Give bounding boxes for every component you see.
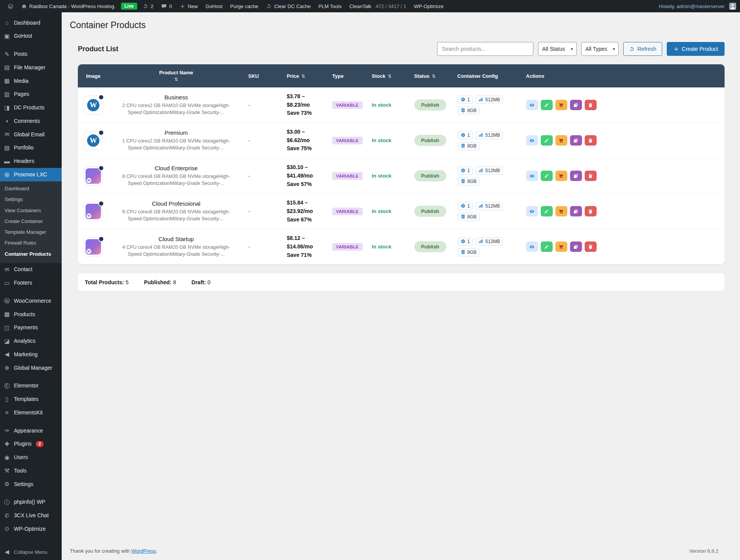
delete-button[interactable]	[585, 241, 597, 252]
sidebar-subitem-settings[interactable]: Settings	[0, 194, 62, 205]
sidebar-subitem-dashboard[interactable]: Dashboard	[0, 183, 62, 194]
sidebar-item-global-email[interactable]: ✉Global Email	[0, 128, 62, 141]
sidebar-item-settings[interactable]: ⚙Settings	[0, 478, 62, 491]
sidebar-item-dc-products[interactable]: ◨DC Products	[0, 101, 62, 115]
sidebar-item-pages[interactable]: ▥Pages	[0, 88, 62, 101]
sidebar-item-appearance[interactable]: ✑Appearance	[0, 424, 62, 438]
sidebar-item-portfolio[interactable]: ▧Portfolio	[0, 141, 62, 155]
sidebar-item-payments[interactable]: ◫Payments	[0, 321, 62, 335]
wordpress-logo-menu[interactable]	[4, 0, 17, 12]
plm-tools-link[interactable]: PLM Tools	[314, 0, 345, 12]
sidebar-item-3cx-live-chat[interactable]: ✆3CX Live Chat	[0, 509, 62, 523]
column-header-price[interactable]: Price⇅	[282, 64, 328, 87]
sidebar-item-label: Marketing	[14, 351, 37, 358]
sidebar-subitem-create-container[interactable]: Create Container	[0, 216, 62, 227]
sidebar-subitem-container-products[interactable]: Container Products	[0, 249, 62, 260]
sidebar-item-posts[interactable]: ✎Posts	[0, 48, 62, 61]
sidebar-item-elementskit[interactable]: ≡ElementsKit	[0, 406, 62, 419]
sidebar-item-contact[interactable]: ✉Contact	[0, 263, 62, 277]
duplicate-button[interactable]	[570, 241, 582, 252]
add-to-cart-button[interactable]	[555, 135, 567, 146]
view-button[interactable]	[526, 135, 538, 146]
sidebar-item-marketing[interactable]: ◀Marketing	[0, 348, 62, 361]
sidebar-item-label: ElementsKit	[14, 409, 43, 416]
sidebar-subitem-template-manager[interactable]: Template Manager	[0, 227, 62, 238]
version-text: Version 6.8.2	[689, 548, 718, 554]
type-filter-select[interactable]: All Types	[581, 42, 619, 56]
view-button[interactable]	[526, 206, 538, 216]
sidebar-item-footers[interactable]: ▭Footers	[0, 277, 62, 290]
sidebar-item-users[interactable]: ◉Users	[0, 451, 62, 464]
sidebar-item-dashboard[interactable]: ⌂Dashboard	[0, 16, 62, 30]
product-thumbnail: W	[84, 237, 103, 257]
delete-button[interactable]	[585, 135, 597, 146]
sidebar-item-comments[interactable]: ◖Comments	[0, 114, 62, 128]
edit-button[interactable]	[541, 171, 553, 181]
updates-link[interactable]: 2	[139, 0, 157, 12]
sidebar-item-proxmox-lxc[interactable]: ◎Proxmox LXC	[0, 168, 62, 181]
view-button[interactable]	[526, 241, 538, 252]
view-button[interactable]	[526, 100, 538, 110]
sidebar-item-gohost[interactable]: ▣GoHost	[0, 30, 62, 43]
site-name-link[interactable]: Raidbox Canada - WordPress Hosting.	[17, 0, 119, 12]
posts-icon: ✎	[3, 51, 11, 58]
delete-button[interactable]	[585, 171, 597, 181]
view-button[interactable]	[526, 171, 538, 181]
duplicate-button[interactable]	[570, 100, 582, 110]
sidebar-item-label: Plugins	[14, 441, 32, 448]
duplicate-button[interactable]	[570, 171, 582, 181]
column-header-status[interactable]: Status⇅	[410, 64, 453, 87]
sidebar-subitem-view-containers[interactable]: View Containers	[0, 205, 62, 216]
status-filter-select[interactable]: All Status	[538, 42, 577, 56]
add-to-cart-button[interactable]	[555, 241, 567, 252]
edit-button[interactable]	[541, 241, 553, 252]
product-description: 1 CPU cores2 GB RAM10 GB NVMe storageHig…	[116, 137, 236, 151]
delete-button[interactable]	[585, 100, 597, 110]
memory-icon	[478, 97, 483, 102]
wp-optimize-link[interactable]: WP-Optimize	[410, 0, 447, 12]
delete-button[interactable]	[585, 206, 597, 216]
cleantalk-link[interactable]: CleanTalk 472 / 3417 / 1	[345, 0, 410, 12]
search-input[interactable]	[437, 42, 533, 56]
sidebar-item-analytics[interactable]: ◪Analytics	[0, 335, 62, 348]
comments-link[interactable]: 0	[157, 0, 176, 12]
duplicate-button[interactable]	[570, 206, 582, 216]
sidebar-item-media[interactable]: ▦Media	[0, 74, 62, 88]
edit-button[interactable]	[541, 135, 553, 146]
wordpress-link[interactable]: WordPress	[131, 548, 156, 554]
duplicate-button[interactable]	[570, 135, 582, 146]
edit-button[interactable]	[541, 206, 553, 216]
add-to-cart-button[interactable]	[555, 171, 567, 181]
sidebar-item-global-manager[interactable]: ⊕Global Manager	[0, 361, 62, 375]
sidebar-item-tools[interactable]: ⚒Tools	[0, 464, 62, 478]
trash-icon	[588, 173, 593, 179]
clone-icon	[573, 209, 579, 214]
sidebar-item-plugins[interactable]: ✚Plugins2	[0, 438, 62, 451]
add-to-cart-button[interactable]	[555, 206, 567, 216]
sidebar-subitem-firewall-rules[interactable]: Firewall Rules	[0, 238, 62, 248]
sidebar-item-headers[interactable]: ▬Headers	[0, 155, 62, 168]
row-actions	[526, 241, 720, 252]
create-product-button[interactable]: Create Product	[667, 42, 725, 56]
howdy-link[interactable]: Howdy, admin@masterserver	[655, 0, 728, 12]
new-content-link[interactable]: New	[176, 0, 202, 12]
add-to-cart-button[interactable]	[555, 100, 567, 110]
avatar[interactable]	[729, 3, 736, 10]
cart-icon	[558, 138, 564, 143]
column-header-stock[interactable]: Stock⇅	[367, 64, 410, 87]
collapse-menu-button[interactable]: ◀ Collapse Menu	[0, 544, 62, 560]
column-header-product-name[interactable]: Product Name⇅	[109, 64, 244, 87]
sidebar-item-woocommerce[interactable]: ⓌWooCommerce	[0, 294, 62, 308]
sidebar-item-templates[interactable]: ▯Templates	[0, 393, 62, 406]
sidebar-item-phpinfo-wp[interactable]: ⓘphpinfo() WP	[0, 496, 62, 509]
edit-button[interactable]	[541, 100, 553, 110]
sidebar-item-products[interactable]: ▩Products	[0, 308, 62, 321]
sidebar-item-wp-optimize[interactable]: ⊙WP-Optimize	[0, 522, 62, 536]
sidebar-item-elementor[interactable]: ⒺElementor	[0, 379, 62, 393]
clear-dc-cache-link[interactable]: Clear DC Cache	[262, 0, 314, 12]
sidebar-item-file-manager[interactable]: ▤File Manager	[0, 61, 62, 74]
gohost-link[interactable]: GoHost	[202, 0, 226, 12]
refresh-button[interactable]: Refresh	[623, 42, 662, 56]
config-chip: 1	[457, 202, 473, 210]
purge-cache-link[interactable]: Purge cache	[226, 0, 262, 12]
